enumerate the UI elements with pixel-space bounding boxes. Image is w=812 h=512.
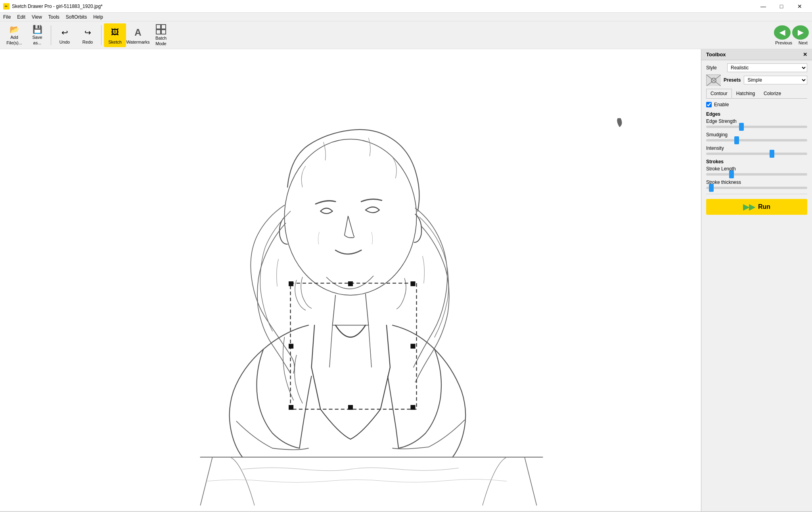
- strokes-section: Strokes Stroke Length Stroke thickness: [706, 159, 807, 189]
- app-icon: ✏: [3, 3, 10, 10]
- intensity-thumb[interactable]: [770, 150, 774, 158]
- add-files-icon: 📂: [8, 25, 21, 34]
- toolbox-separator: [706, 194, 807, 194]
- sketch-icon: 🖼: [109, 26, 121, 39]
- style-select[interactable]: Realistic Simple Detailed Cartoon: [727, 63, 807, 72]
- menu-bar: File Edit View Tools SoftOrbits Help: [0, 13, 812, 21]
- tab-bar: Contour Hatching Colorize: [706, 89, 807, 99]
- toolbox-body: Style Realistic Simple Detailed Cartoon: [701, 60, 812, 511]
- svg-rect-2: [156, 30, 161, 34]
- watermarks-icon: A: [132, 26, 144, 39]
- redo-button[interactable]: ↪ Redo: [77, 23, 99, 47]
- presets-select[interactable]: Simple Detailed Portrait Cartoon: [744, 76, 807, 84]
- tab-colorize[interactable]: Colorize: [759, 89, 785, 98]
- tab-hatching[interactable]: Hatching: [732, 89, 759, 98]
- stroke-length-label: Stroke Length: [706, 166, 807, 172]
- selection-handle-bm: [348, 405, 353, 410]
- undo-icon: ↩: [58, 26, 71, 39]
- undo-button[interactable]: ↩ Undo: [54, 23, 76, 47]
- minimize-button[interactable]: —: [754, 0, 772, 13]
- edges-section: Edges Edge Strength Smudging: [706, 111, 807, 155]
- enable-label: Enable: [714, 102, 729, 107]
- intensity-container: Intensity: [706, 145, 807, 155]
- undo-label: Undo: [59, 40, 70, 44]
- previous-label: Previous: [775, 40, 792, 45]
- stroke-length-container: Stroke Length: [706, 166, 807, 176]
- add-files-button[interactable]: 📂 AddFile(s)...: [3, 23, 25, 47]
- nav-labels: Previous Next: [775, 40, 807, 45]
- toolbox-close-icon[interactable]: ✕: [803, 52, 807, 57]
- strokes-label: Strokes: [706, 159, 807, 164]
- nav-buttons: ◀ ▶: [774, 25, 809, 40]
- sketch-canvas: [0, 49, 701, 511]
- stroke-length-thumb[interactable]: [729, 170, 734, 178]
- scroll-decoration: [617, 118, 622, 127]
- run-button[interactable]: ▶▶ Run: [706, 199, 807, 215]
- stroke-thickness-label: Stroke thickness: [706, 180, 807, 185]
- presets-icon: [706, 75, 720, 86]
- smudging-label: Smudging: [706, 132, 807, 138]
- menu-help[interactable]: Help: [90, 13, 106, 21]
- menu-softorbits[interactable]: SoftOrbits: [63, 13, 90, 21]
- selection-handle-tl: [289, 281, 293, 286]
- tab-contour[interactable]: Contour: [706, 89, 732, 98]
- intensity-slider[interactable]: [706, 153, 807, 155]
- enable-row: Enable: [706, 102, 807, 107]
- stroke-length-slider[interactable]: [706, 173, 807, 176]
- canvas-area[interactable]: [0, 49, 701, 511]
- window-controls: — □ ✕: [754, 0, 809, 13]
- selection-handle-mr: [410, 344, 415, 349]
- menu-file[interactable]: File: [0, 13, 14, 21]
- smudging-slider[interactable]: [706, 139, 807, 141]
- smudging-container: Smudging: [706, 132, 807, 141]
- toolbar-separator-1: [51, 25, 51, 45]
- save-as-button[interactable]: 💾 Saveas...: [26, 23, 48, 47]
- presets-label: Presets: [724, 77, 741, 83]
- svg-rect-0: [156, 25, 161, 29]
- toolbar-separator-2: [101, 25, 102, 45]
- sketch-button[interactable]: 🖼 Sketch: [104, 23, 126, 47]
- stroke-thickness-thumb[interactable]: [709, 184, 714, 192]
- svg-rect-1: [161, 25, 166, 29]
- navigation-area: ◀ ▶ Previous Next: [774, 25, 809, 45]
- svg-rect-3: [161, 30, 166, 34]
- stroke-thickness-container: Stroke thickness: [706, 180, 807, 189]
- save-as-label: Saveas...: [32, 35, 42, 45]
- main-area: Toolbox ✕ Style Realistic Simple Detaile…: [0, 49, 812, 511]
- close-button[interactable]: ✕: [791, 0, 809, 13]
- sketch-label: Sketch: [108, 40, 122, 44]
- menu-tools[interactable]: Tools: [45, 13, 63, 21]
- maximize-button[interactable]: □: [772, 0, 791, 13]
- next-button[interactable]: ▶: [792, 25, 809, 40]
- add-files-label: AddFile(s)...: [6, 35, 22, 45]
- canvas-content: [0, 49, 701, 511]
- enable-checkbox[interactable]: [706, 102, 712, 107]
- smudging-thumb[interactable]: [734, 136, 739, 144]
- edge-strength-slider[interactable]: [706, 126, 807, 128]
- edge-strength-label: Edge Strength: [706, 118, 807, 124]
- run-label: Run: [758, 203, 770, 210]
- watermarks-button[interactable]: A Watermarks: [127, 23, 149, 47]
- selection-handle-tm: [348, 281, 353, 286]
- selection-handle-tr: [410, 281, 415, 286]
- window-title: Sketch Drawer Pro - girl-511883_1920.jpg…: [12, 4, 103, 9]
- title-bar: ✏ Sketch Drawer Pro - girl-511883_1920.j…: [0, 0, 812, 13]
- presets-row: Presets Simple Detailed Portrait Cartoon: [706, 75, 807, 86]
- toolbox-panel: Toolbox ✕ Style Realistic Simple Detaile…: [701, 49, 812, 511]
- edge-strength-container: Edge Strength: [706, 118, 807, 128]
- redo-icon: ↪: [81, 26, 94, 39]
- toolbox-title: Toolbox: [706, 52, 726, 57]
- stroke-thickness-slider[interactable]: [706, 187, 807, 189]
- selection-handle-bl: [289, 405, 293, 410]
- menu-edit[interactable]: Edit: [14, 13, 29, 21]
- watermarks-label: Watermarks: [126, 40, 150, 44]
- menu-view[interactable]: View: [29, 13, 45, 21]
- edge-strength-thumb[interactable]: [739, 123, 744, 131]
- style-row: Style Realistic Simple Detailed Cartoon: [706, 63, 807, 72]
- batch-mode-button[interactable]: BatchMode: [150, 23, 172, 47]
- selection-handle-br: [410, 405, 415, 410]
- batch-mode-label: BatchMode: [155, 36, 167, 46]
- previous-button[interactable]: ◀: [774, 25, 791, 40]
- selection-rectangle: [291, 283, 417, 409]
- toolbox-header: Toolbox ✕: [701, 49, 812, 60]
